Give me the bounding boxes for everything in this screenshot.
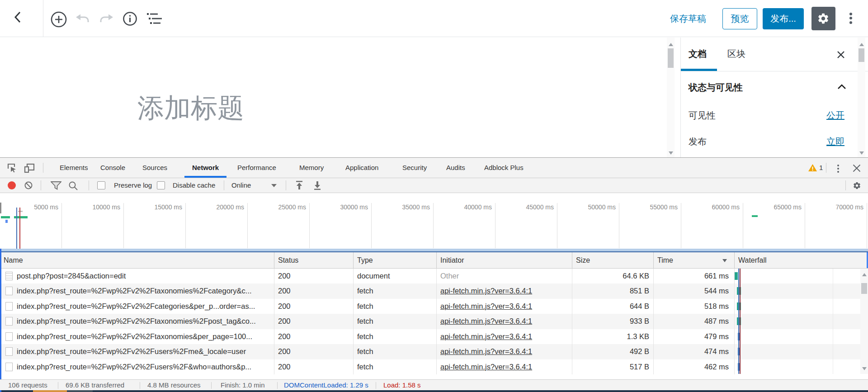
preserve-log-checkbox[interactable]: [97, 181, 105, 189]
request-row[interactable]: index.php?rest_route=%2Fwp%2Fv2%2Ftaxono…: [0, 329, 868, 344]
initiator-link[interactable]: api-fetch.min.js?ver=3.6.4:1: [440, 287, 532, 295]
cell-waterfall: [735, 314, 868, 329]
request-row[interactable]: index.php?rest_route=%2Fwp%2Fv2%2Fusers%…: [0, 359, 868, 374]
save-draft-button[interactable]: 保存草稿: [670, 8, 706, 29]
sidebar-scrollbar[interactable]: [858, 38, 865, 157]
scroll-down-icon[interactable]: [862, 367, 867, 370]
request-name: index.php?rest_route=%2Fwp%2Fv2%2Fusers%…: [17, 363, 251, 371]
back-icon[interactable]: [14, 11, 22, 23]
devtools-tab-memory[interactable]: Memory: [292, 158, 331, 178]
post-title-placeholder[interactable]: 添加标题: [137, 90, 244, 127]
status-dom-content-loaded: DOMContentLoaded: 1.29 s: [284, 380, 368, 391]
disable-cache-checkbox[interactable]: [157, 181, 165, 189]
disable-cache-label[interactable]: Disable cache: [173, 178, 215, 193]
chevron-up-icon[interactable]: [837, 84, 846, 90]
devtools-tab-elements[interactable]: Elements: [52, 158, 96, 178]
info-icon[interactable]: [123, 12, 137, 26]
device-toolbar-icon[interactable]: [24, 163, 35, 173]
column-header-waterfall[interactable]: Waterfall: [735, 252, 868, 268]
file-icon: [5, 363, 13, 371]
column-header-size[interactable]: Size: [572, 252, 654, 268]
devtools-tab-security[interactable]: Security: [395, 158, 434, 178]
redo-icon[interactable]: [99, 14, 113, 26]
initiator-link[interactable]: api-fetch.min.js?ver=3.6.4:1: [440, 332, 532, 340]
column-header-name[interactable]: Name: [0, 252, 274, 268]
throttling-select[interactable]: Online: [231, 178, 251, 193]
warning-icon[interactable]: [808, 164, 817, 172]
devtools-tab-sources[interactable]: Sources: [135, 158, 175, 178]
separator: [140, 382, 140, 389]
tab-block[interactable]: 区块: [727, 38, 745, 70]
search-icon[interactable]: [69, 181, 78, 190]
devtools-tab-audits[interactable]: Audits: [439, 158, 473, 178]
add-block-button[interactable]: [51, 11, 67, 28]
preview-button[interactable]: 预览: [722, 8, 757, 29]
overview-left-tick: [0, 203, 1, 213]
export-har-icon[interactable]: [313, 180, 322, 190]
scroll-up-icon[interactable]: [862, 273, 867, 276]
devtools-tab-network[interactable]: Network: [184, 158, 226, 178]
separator: [845, 180, 846, 190]
scroll-thumb[interactable]: [859, 48, 864, 62]
column-header-status[interactable]: Status: [274, 252, 354, 268]
request-row[interactable]: index.php?rest_route=%2Fwp%2Fv2%2Fcatego…: [0, 299, 868, 314]
devtools-tab-performance[interactable]: Performance: [230, 158, 284, 178]
cell-size: 492 B: [572, 344, 654, 359]
filter-icon[interactable]: [51, 181, 61, 190]
import-har-icon[interactable]: [295, 180, 304, 190]
visibility-label: 可见性: [689, 109, 716, 122]
scroll-thumb[interactable]: [668, 48, 674, 68]
cell-status: 200: [274, 359, 354, 374]
request-name: index.php?rest_route=%2Fwp%2Fv2%2Ftaxono…: [17, 332, 252, 340]
initiator-link[interactable]: api-fetch.min.js?ver=3.6.4:1: [440, 363, 532, 371]
network-overview[interactable]: 5000 ms10000 ms15000 ms20000 ms25000 ms3…: [0, 193, 868, 252]
undo-icon[interactable]: [75, 14, 90, 26]
settings-gear-button[interactable]: [811, 7, 835, 30]
devtools-menu-icon[interactable]: [835, 163, 841, 174]
editor-scrollbar[interactable]: [667, 38, 675, 157]
column-header-time[interactable]: Time: [654, 252, 735, 268]
scroll-up-icon[interactable]: [669, 43, 673, 46]
devtools-tab-adblock-plus[interactable]: Adblock Plus: [476, 158, 531, 178]
cell-waterfall: [735, 344, 868, 359]
initiator-link[interactable]: api-fetch.min.js?ver=3.6.4:1: [440, 302, 532, 310]
publish-value-link[interactable]: 立即: [826, 136, 844, 148]
toolbar-divider: [43, 0, 43, 37]
column-header-type[interactable]: Type: [354, 252, 437, 268]
request-row[interactable]: index.php?rest_route=%2Fwp%2Fv2%2Ftaxono…: [0, 283, 868, 298]
cell-initiator: api-fetch.min.js?ver=3.6.4:1: [437, 299, 572, 314]
file-icon: [5, 332, 13, 341]
column-header-initiator[interactable]: Initiator: [437, 252, 572, 268]
cell-time: 661 ms: [654, 269, 735, 283]
cell-initiator: api-fetch.min.js?ver=3.6.4:1: [437, 283, 572, 298]
panel-status-visibility[interactable]: 状态与可见性: [689, 81, 743, 94]
request-row[interactable]: index.php?rest_route=%2Fwp%2Fv2%2Ftaxono…: [0, 314, 868, 329]
close-devtools-icon[interactable]: [852, 164, 861, 173]
scroll-down-icon[interactable]: [669, 151, 673, 155]
initiator-link[interactable]: api-fetch.min.js?ver=3.6.4:1: [440, 317, 532, 325]
inspect-element-icon[interactable]: [7, 163, 17, 173]
dropdown-arrow-icon[interactable]: [271, 184, 277, 187]
scroll-thumb[interactable]: [861, 283, 867, 294]
cell-type: fetch: [354, 299, 437, 314]
record-button[interactable]: [8, 181, 16, 189]
structure-icon[interactable]: [147, 13, 162, 24]
request-row[interactable]: index.php?rest_route=%2Fwp%2Fv2%2Fusers%…: [0, 344, 868, 359]
scroll-up-icon[interactable]: [859, 43, 864, 46]
grid-focus-edge: [0, 249, 1, 391]
request-row[interactable]: post.php?post=2845&action=edit200documen…: [0, 269, 868, 283]
preserve-log-label[interactable]: Preserve log: [114, 178, 152, 193]
visibility-value-link[interactable]: 公开: [826, 109, 844, 122]
requests-scrollbar[interactable]: [860, 269, 868, 374]
network-settings-gear-icon[interactable]: [853, 181, 861, 190]
close-sidebar-icon[interactable]: [837, 51, 845, 59]
publish-button[interactable]: 发布...: [763, 8, 804, 29]
devtools-tab-application[interactable]: Application: [338, 158, 386, 178]
tab-document[interactable]: 文档: [689, 38, 707, 70]
initiator-link[interactable]: api-fetch.min.js?ver=3.6.4:1: [440, 347, 532, 355]
clear-icon[interactable]: [24, 181, 33, 189]
screen: 保存草稿 预览 发布... 添加标题 文档 区块 状态与可见性: [0, 0, 868, 392]
more-options-icon[interactable]: [846, 11, 856, 28]
devtools-tab-console[interactable]: Console: [93, 158, 133, 178]
scroll-down-icon[interactable]: [859, 151, 864, 155]
